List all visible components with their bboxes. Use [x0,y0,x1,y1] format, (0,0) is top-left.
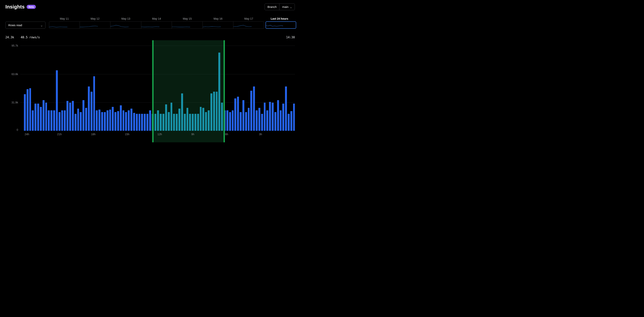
bar[interactable] [64,110,66,131]
plot-area[interactable] [20,42,295,131]
bar[interactable] [93,76,95,131]
sparkline[interactable] [49,21,80,29]
bar[interactable] [208,110,210,131]
bar[interactable] [165,104,167,131]
bar[interactable] [176,114,178,131]
bar[interactable] [256,110,258,131]
bar[interactable] [280,110,282,131]
bar[interactable] [34,104,36,131]
bar[interactable] [192,114,194,131]
bar[interactable] [50,110,52,131]
day-col-may-11[interactable]: May 11 [49,17,80,29]
bar[interactable] [274,112,276,131]
day-col-may-15[interactable]: May 15 [172,17,203,29]
bar[interactable] [26,89,28,131]
bar[interactable] [245,112,247,131]
bar[interactable] [141,114,143,131]
bar[interactable] [178,109,180,131]
bar[interactable] [80,112,82,131]
bar[interactable] [250,91,252,131]
bar[interactable] [125,112,127,131]
bar[interactable] [66,101,68,131]
bar[interactable] [101,112,103,131]
bar[interactable] [61,110,63,131]
day-col-last-24h[interactable]: Last 24 hours [264,17,295,29]
bar[interactable] [146,114,148,131]
bar[interactable] [96,110,98,131]
bar[interactable] [77,109,79,131]
branch-selector[interactable]: Branch main [264,3,295,10]
bar[interactable] [189,114,191,131]
bar[interactable] [40,107,42,131]
bar[interactable] [168,112,170,131]
bar[interactable] [136,114,138,131]
bar[interactable] [226,110,228,131]
bar[interactable] [48,110,50,131]
bar[interactable] [130,109,132,131]
bar[interactable] [288,114,290,131]
day-col-may-13[interactable]: May 13 [110,17,141,29]
bar[interactable] [104,112,106,131]
bar[interactable] [32,110,34,131]
main-chart[interactable]: 95.7k 63.8k 31.9k 0 24h 21h 18h 15h 12h … [6,42,295,131]
metric-dropdown[interactable]: Rows read [6,21,46,29]
bar[interactable] [160,114,162,131]
bar[interactable] [232,110,234,131]
bar[interactable] [205,112,207,131]
bar[interactable] [240,112,242,131]
bar[interactable] [149,110,151,131]
bar[interactable] [202,108,204,131]
bar[interactable] [248,108,250,131]
bar[interactable] [293,104,295,131]
bar[interactable] [269,102,271,131]
bar[interactable] [224,110,226,131]
bar[interactable] [157,110,159,131]
bar[interactable] [37,104,39,131]
bar[interactable] [277,100,279,131]
bar[interactable] [184,114,186,131]
sparkline[interactable] [80,21,110,29]
bar[interactable] [285,86,287,131]
bar[interactable] [213,92,215,131]
bar[interactable] [229,112,231,131]
bar[interactable] [186,108,188,131]
bar[interactable] [237,97,239,131]
bar[interactable] [56,70,58,131]
bar[interactable] [200,107,202,131]
bar[interactable] [266,110,268,131]
bar[interactable] [264,103,266,131]
bar[interactable] [112,107,114,131]
bar[interactable] [58,112,60,131]
bar[interactable] [221,103,223,131]
bar[interactable] [128,110,130,131]
bar[interactable] [90,92,92,131]
day-col-may-12[interactable]: May 12 [80,17,110,29]
sparkline[interactable] [203,21,234,29]
bar[interactable] [72,101,74,131]
bar[interactable] [253,86,255,131]
bar[interactable] [74,114,76,131]
bar[interactable] [194,114,196,131]
bar[interactable] [138,114,140,131]
bar[interactable] [197,114,199,131]
bar[interactable] [53,110,55,131]
bar[interactable] [82,100,84,131]
bar[interactable] [45,103,47,131]
bar[interactable] [173,114,175,131]
sparkline-active[interactable] [266,21,296,29]
sparkline[interactable] [172,21,203,29]
sparkline[interactable] [233,21,264,29]
bar[interactable] [29,88,31,131]
bar[interactable] [272,103,274,131]
day-col-may-17[interactable]: May 17 [233,17,264,29]
bar[interactable] [282,104,284,131]
bar[interactable] [181,93,183,131]
bar[interactable] [42,100,44,131]
bar[interactable] [106,110,108,131]
bar[interactable] [234,98,236,131]
bar[interactable] [170,103,172,131]
bar[interactable] [258,108,260,131]
bar[interactable] [120,105,122,131]
bar[interactable] [88,86,90,131]
bar[interactable] [162,114,164,131]
